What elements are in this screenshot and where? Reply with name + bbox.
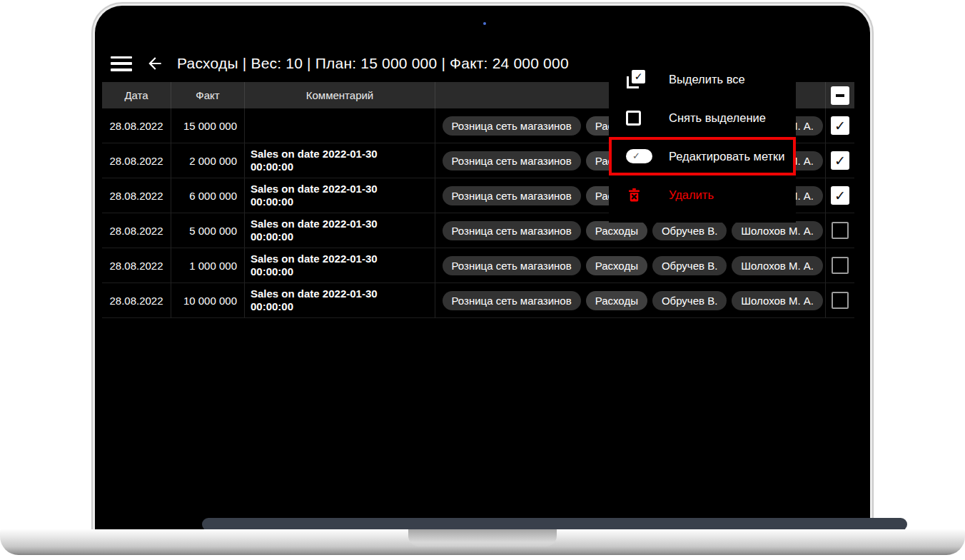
row-checkbox[interactable] [831,151,849,170]
menu-item-label: Редактировать метки [669,150,785,163]
cell-comment: Sales on date 2022-01-30 00:00:00 [245,143,435,178]
menu-item-delete[interactable]: Удалить [609,175,796,214]
webcam-icon [483,22,486,25]
menu-item-label: Снять выделение [669,111,766,125]
laptop-base [0,529,965,555]
cell-checkbox [826,213,854,248]
row-checkbox[interactable] [831,116,849,135]
cell-fact: 5 000 000 [171,213,245,248]
cell-date: 28.08.2022 [102,178,171,213]
tag-chip[interactable]: Обручев В. [652,221,727,240]
deselect-icon [626,111,653,126]
cell-checkbox [826,178,854,213]
table-row[interactable]: 28.08.2022 1 000 000 Sales on date 2022-… [102,248,854,283]
menu-item-label: Выделить все [669,73,745,86]
cell-checkbox [826,143,854,178]
cell-checkbox [826,108,854,143]
select-all-icon [626,70,653,89]
tag-chip[interactable]: Расходы [586,256,647,275]
cell-fact: 2 000 000 [171,143,245,178]
cell-tags: Розница сеть магазиновРасходыОбручев В.Ш… [435,283,826,317]
tag-chip[interactable]: Обручев В. [652,291,727,310]
tag-chip[interactable]: Расходы [586,221,647,240]
cell-comment: Sales on date 2022-01-30 00:00:00 [245,213,435,248]
column-header-select [826,82,854,108]
tag-chip[interactable]: Шолохов М. А. [732,221,823,240]
select-all-checkbox[interactable] [831,86,849,105]
row-checkbox[interactable] [832,292,849,309]
page-background: Расходы | Вес: 10 | План: 15 000 000 | Ф… [0,0,965,560]
menu-item-deselect[interactable]: Снять выделение [609,98,796,137]
column-header-date: Дата [102,82,171,108]
table-row[interactable]: 28.08.2022 10 000 000 Sales on date 2022… [102,283,854,318]
cell-checkbox [826,248,854,282]
tag-chip[interactable]: Расходы [586,291,647,310]
cell-comment [245,108,435,143]
tag-chip[interactable]: Розница сеть магазинов [443,151,581,170]
menu-icon[interactable] [111,56,132,71]
laptop-screen: Расходы | Вес: 10 | План: 15 000 000 | Ф… [95,6,870,531]
page-title: Расходы | Вес: 10 | План: 15 000 000 | Ф… [177,55,569,72]
row-checkbox[interactable] [832,257,849,274]
tag-chip[interactable]: Розница сеть магазинов [443,186,581,205]
menu-item-select-all[interactable]: Выделить все [609,60,796,98]
cell-checkbox [826,283,854,317]
tag-chip[interactable]: Шолохов М. А. [732,291,823,310]
row-checkbox[interactable] [832,222,849,239]
cell-comment: Sales on date 2022-01-30 00:00:00 [245,248,435,282]
row-checkbox[interactable] [831,186,849,205]
cell-date: 28.08.2022 [102,283,171,317]
cell-tags: Розница сеть магазиновРасходыОбручев В.Ш… [435,248,826,282]
cell-fact: 1 000 000 [171,248,245,282]
context-menu: Выделить все Снять выделение Редактирова… [609,60,796,223]
delete-icon [626,187,653,203]
tag-chip[interactable]: Обручев В. [652,256,727,275]
tag-chip[interactable]: Шолохов М. А. [732,256,823,275]
menu-item-edit-labels[interactable]: Редактировать метки [609,137,796,175]
tag-chip[interactable]: Розница сеть магазинов [443,291,581,310]
tag-chip[interactable]: Розница сеть магазинов [443,116,581,136]
trackpad-notch [408,529,557,546]
cell-fact: 15 000 000 [171,108,245,143]
cell-date: 28.08.2022 [102,213,171,248]
column-header-comment: Комментарий [245,82,435,108]
back-arrow-icon[interactable] [145,54,165,73]
edit-labels-icon [626,149,653,163]
cell-date: 28.08.2022 [102,248,171,282]
cell-fact: 6 000 000 [171,178,245,213]
cell-comment: Sales on date 2022-01-30 00:00:00 [245,178,435,213]
cell-fact: 10 000 000 [171,283,245,317]
tag-chip[interactable]: Розница сеть магазинов [443,221,581,240]
cell-comment: Sales on date 2022-01-30 00:00:00 [245,283,435,317]
cell-date: 28.08.2022 [102,108,171,143]
menu-item-label: Удалить [669,188,714,202]
column-header-fact: Факт [171,82,245,108]
cell-date: 28.08.2022 [102,143,171,178]
tag-chip[interactable]: Розница сеть магазинов [443,256,581,275]
